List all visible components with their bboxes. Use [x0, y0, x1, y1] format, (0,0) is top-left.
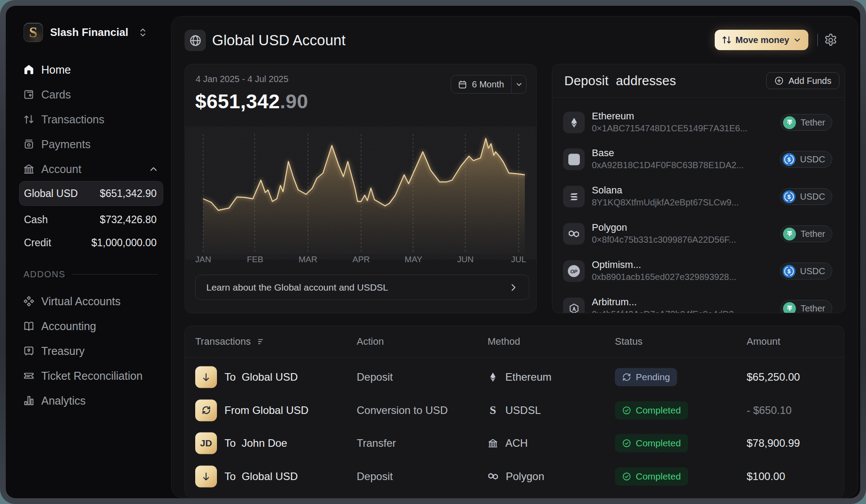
svg-text:$: $: [787, 268, 791, 275]
svg-text:$: $: [787, 193, 791, 200]
svg-text:$: $: [787, 156, 791, 163]
